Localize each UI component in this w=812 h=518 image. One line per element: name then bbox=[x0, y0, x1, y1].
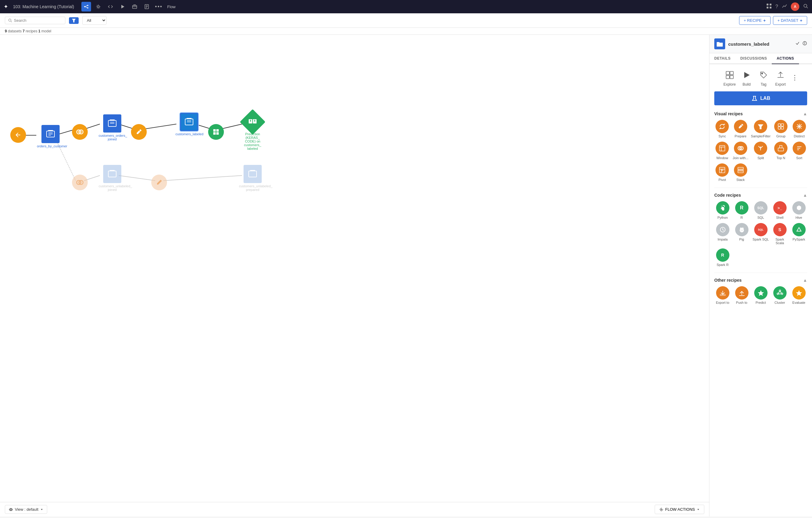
window-recipe[interactable]: Window bbox=[714, 142, 730, 160]
nav-settings-btn[interactable] bbox=[93, 2, 103, 11]
user-avatar[interactable]: A bbox=[791, 2, 799, 11]
nav-run-btn[interactable] bbox=[118, 2, 127, 11]
svg-rect-102 bbox=[738, 167, 743, 169]
nav-wiki-btn[interactable] bbox=[142, 2, 151, 11]
explore-action[interactable]: Explore bbox=[723, 69, 736, 87]
cluster-recipe[interactable]: Cluster bbox=[772, 286, 788, 305]
cluster-icon bbox=[773, 286, 787, 299]
orders-by-customer-node[interactable]: orders_by_customer bbox=[37, 125, 64, 148]
stack-recipe[interactable]: Stack bbox=[733, 163, 749, 181]
hive-icon bbox=[792, 201, 806, 214]
prepare-circle-node[interactable] bbox=[131, 124, 147, 140]
nav-help-icon[interactable]: ? bbox=[775, 4, 778, 9]
sort-recipe[interactable]: Sort bbox=[791, 142, 807, 160]
visual-recipes-collapse[interactable]: ▲ bbox=[803, 111, 807, 116]
sync-recipe[interactable]: Sync bbox=[714, 120, 730, 138]
flow-actions-button[interactable]: FLOW ACTIONS bbox=[655, 505, 704, 514]
spark-r-recipe[interactable]: R Spark R bbox=[714, 249, 731, 266]
nav-search-icon[interactable] bbox=[803, 3, 808, 10]
nav-more-btn[interactable]: ••• bbox=[154, 2, 164, 11]
build-action[interactable]: Build bbox=[741, 69, 753, 87]
main-layout: orders_by_customer customers_orders_join… bbox=[0, 35, 812, 517]
pyspark-recipe[interactable]: PySpark bbox=[790, 223, 807, 245]
svg-point-111 bbox=[742, 230, 743, 231]
svg-line-3 bbox=[85, 5, 87, 7]
svg-rect-70 bbox=[730, 71, 733, 75]
search-input[interactable] bbox=[14, 18, 56, 23]
prediction-circle-node[interactable] bbox=[208, 124, 224, 140]
distinct-icon bbox=[793, 120, 806, 133]
spark-sql-recipe[interactable]: SQL Spark SQL bbox=[752, 223, 769, 245]
svg-point-68 bbox=[805, 42, 805, 43]
prediction-diamond-node[interactable]: Prediction (KERAS_CODE) on customers_lab… bbox=[239, 113, 266, 150]
flow-canvas[interactable]: orders_by_customer customers_orders_join… bbox=[0, 35, 709, 517]
svg-point-19 bbox=[9, 19, 11, 22]
panel-header-icons bbox=[795, 41, 807, 47]
customers-unlabeled-joined-label: customers_unlabeled_joined bbox=[98, 184, 126, 192]
tag-action[interactable]: Tag bbox=[758, 69, 770, 87]
top-n-recipe[interactable]: Top N bbox=[773, 142, 789, 160]
tab-details[interactable]: DETAILS bbox=[709, 53, 735, 63]
right-panel: customers_labeled DETAILS DISCUSSIONS AC… bbox=[709, 35, 812, 517]
hive-recipe[interactable]: Hive bbox=[790, 201, 807, 219]
split-recipe[interactable]: Split bbox=[751, 142, 771, 160]
customers-orders-joined-node[interactable]: customers_orders_joined bbox=[98, 114, 126, 141]
view-select[interactable]: View : default bbox=[5, 505, 47, 514]
filter-select[interactable]: All bbox=[82, 16, 107, 25]
panel-check-icon[interactable] bbox=[795, 41, 800, 47]
shell-recipe[interactable]: >_ Shell bbox=[772, 201, 788, 219]
export-to-label: Export to bbox=[716, 301, 729, 305]
spark-scala-recipe[interactable]: S Spark Scala bbox=[772, 223, 788, 245]
tab-discussions[interactable]: DISCUSSIONS bbox=[735, 53, 772, 63]
prepare-recipe[interactable]: Prepare bbox=[733, 120, 749, 138]
nav-apps-icon[interactable] bbox=[766, 3, 772, 10]
add-recipe-button[interactable]: + RECIPE bbox=[739, 16, 771, 25]
window-icon bbox=[716, 142, 729, 155]
nav-trend-icon[interactable] bbox=[782, 3, 787, 10]
svg-line-92 bbox=[760, 146, 763, 148]
tab-actions[interactable]: ACTIONS bbox=[772, 53, 799, 64]
add-dataset-button[interactable]: + DATASET bbox=[773, 16, 807, 25]
filter-button[interactable] bbox=[69, 17, 79, 24]
join-with-recipe[interactable]: Join with... bbox=[733, 142, 749, 160]
unlabeled-join-node[interactable] bbox=[72, 175, 88, 190]
nav-flow-btn[interactable] bbox=[81, 2, 91, 11]
predict-label: Predict bbox=[755, 301, 766, 305]
svg-point-74 bbox=[761, 73, 763, 74]
join-with-icon bbox=[734, 142, 747, 155]
evaluate-recipe[interactable]: Evaluate bbox=[790, 286, 807, 305]
sql-recipe[interactable]: SQL SQL bbox=[752, 201, 769, 219]
spark-scala-label: Spark Scala bbox=[772, 237, 788, 245]
lab-button[interactable]: LAB bbox=[714, 91, 807, 105]
group-recipe[interactable]: Group bbox=[773, 120, 789, 138]
nav-jobs-btn[interactable] bbox=[130, 2, 140, 11]
customers-unlabeled-prepared-node[interactable]: customers_unlabeled_prepared bbox=[239, 165, 266, 192]
export-action[interactable]: Export bbox=[775, 69, 787, 87]
predict-recipe[interactable]: Predict bbox=[752, 286, 769, 305]
join-circle-node[interactable] bbox=[72, 124, 88, 140]
code-recipes-grid: Python R R SQL SQL bbox=[714, 201, 807, 266]
evaluate-label: Evaluate bbox=[792, 301, 805, 305]
pig-recipe[interactable]: Pig bbox=[733, 223, 750, 245]
datasets-label: datasets bbox=[8, 29, 23, 33]
svg-line-18 bbox=[807, 7, 808, 8]
python-recipe[interactable]: Python bbox=[714, 201, 731, 219]
nav-code-btn[interactable] bbox=[106, 2, 115, 11]
pivot-recipe[interactable]: Pivot bbox=[714, 163, 730, 181]
more-actions-btn[interactable]: ⋮ bbox=[791, 74, 798, 82]
customers-unlabeled-joined-node[interactable]: customers_unlabeled_joined bbox=[98, 165, 126, 192]
customers-labeled-node[interactable]: customers_labeled bbox=[175, 113, 203, 136]
code-recipes-collapse[interactable]: ▲ bbox=[803, 193, 807, 198]
svg-point-2 bbox=[87, 7, 88, 8]
r-recipe[interactable]: R R bbox=[733, 201, 750, 219]
sample-filter-recipe[interactable]: Sample/Filter bbox=[751, 120, 771, 138]
push-to-recipe[interactable]: Push to bbox=[733, 286, 750, 305]
top-n-icon bbox=[774, 142, 787, 155]
export-to-recipe[interactable]: Export to bbox=[714, 286, 731, 305]
left-circle-node[interactable] bbox=[10, 127, 26, 143]
other-recipes-collapse[interactable]: ▲ bbox=[803, 278, 807, 283]
distinct-recipe[interactable]: Distinct bbox=[791, 120, 807, 138]
unlabeled-prepare-node[interactable] bbox=[151, 175, 167, 190]
panel-info-icon[interactable] bbox=[802, 41, 807, 47]
impala-recipe[interactable]: Impala bbox=[714, 223, 731, 245]
